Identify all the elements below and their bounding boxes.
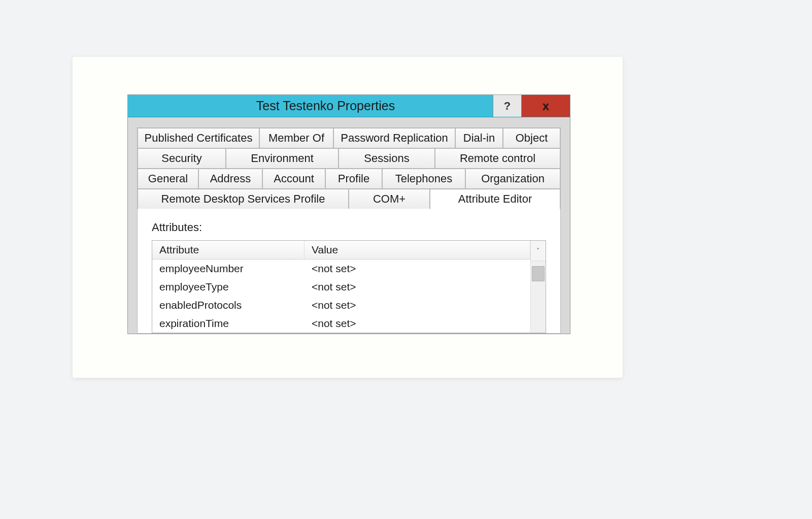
attributes-listview: Attribute Value employeeNumber <not set>… [152,240,546,333]
tab-dial-in[interactable]: Dial-in [455,128,503,148]
tab-password-replication[interactable]: Password Replication [333,128,455,148]
titlebar-buttons: ? x [493,95,570,117]
tab-content: Attributes: Attribute Value employeeNumb… [138,209,560,333]
table-row[interactable]: employeeNumber <not set> [152,260,530,278]
tab-sessions[interactable]: Sessions [339,148,435,169]
card-container: Test Testenko Properties ? x Published C… [73,57,623,378]
dialog-body: Published Certificates Member Of Passwor… [128,117,570,334]
attribute-value: <not set> [304,297,530,313]
titlebar: Test Testenko Properties ? x [128,95,570,117]
table-row[interactable]: enabledProtocols <not set> [152,296,530,314]
table-row[interactable]: expirationTime <not set> [152,314,530,333]
scroll-thumb[interactable] [532,266,545,281]
tab-general[interactable]: General [138,169,198,189]
tab-published-certificates[interactable]: Published Certificates [138,128,259,148]
window-title: Test Testenko Properties [128,95,493,117]
help-button[interactable]: ? [493,95,521,117]
scroll-track[interactable] [531,261,546,333]
tab-attribute-editor[interactable]: Attribute Editor [430,189,560,209]
close-button[interactable]: x [521,95,570,117]
attribute-name: expirationTime [152,315,304,332]
scrollbar-vertical[interactable]: ˄ [530,241,546,333]
attribute-value: <not set> [304,279,530,295]
tab-object[interactable]: Object [503,128,560,148]
tab-telephones[interactable]: Telephones [382,169,465,189]
column-header-attribute[interactable]: Attribute [152,241,304,259]
tab-row: Remote Desktop Services Profile COM+ Att… [138,189,560,209]
tab-row: Published Certificates Member Of Passwor… [138,128,560,148]
listview-body: employeeNumber <not set> employeeType <n… [152,260,530,333]
attribute-name: employeeType [152,279,304,295]
tabs-area: Published Certificates Member Of Passwor… [137,127,561,334]
tabs-rows: Published Certificates Member Of Passwor… [138,128,560,209]
attributes-label: Attributes: [152,221,546,234]
table-row[interactable]: employeeType <not set> [152,278,530,296]
attributes-main: Attribute Value employeeNumber <not set>… [152,241,530,333]
listview-header: Attribute Value [152,241,530,260]
attribute-name: enabledProtocols [152,297,304,313]
column-header-value[interactable]: Value [304,241,530,259]
tab-organization[interactable]: Organization [465,169,560,189]
tab-security[interactable]: Security [138,148,226,169]
tab-environment[interactable]: Environment [226,148,339,169]
tab-account[interactable]: Account [262,169,325,189]
attribute-value: <not set> [304,261,530,277]
attribute-value: <not set> [304,315,530,332]
tab-profile[interactable]: Profile [325,169,382,189]
properties-dialog: Test Testenko Properties ? x Published C… [127,94,570,334]
attribute-name: employeeNumber [152,261,304,277]
tab-row: Security Environment Sessions Remote con… [138,148,560,169]
tab-remote-control[interactable]: Remote control [435,148,560,169]
scroll-up-arrow-icon[interactable]: ˄ [531,241,546,261]
tab-remote-desktop-services-profile[interactable]: Remote Desktop Services Profile [138,189,349,209]
tab-member-of[interactable]: Member Of [259,128,333,148]
tab-address[interactable]: Address [198,169,262,189]
tab-com-plus[interactable]: COM+ [349,189,430,209]
tab-row: General Address Account Profile Telephon… [138,169,560,189]
